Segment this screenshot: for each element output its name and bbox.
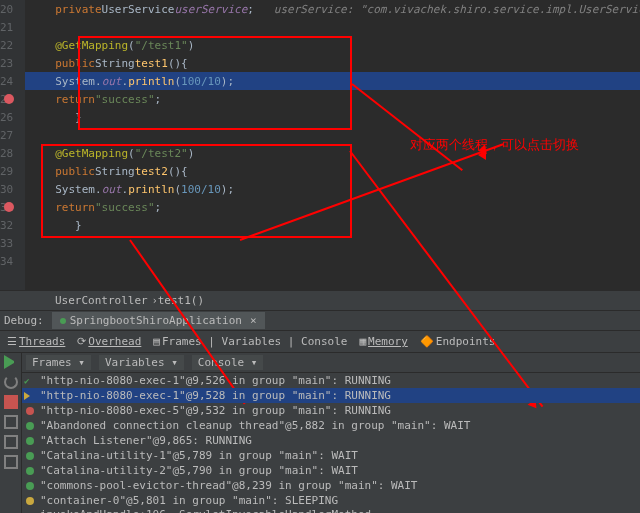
- line-number: 22: [0, 36, 25, 54]
- thread-row[interactable]: "Catalina-utility-1"@5,789 in group "mai…: [22, 448, 640, 463]
- thread-label: "http-nio-8080-exec-1"@9,528 in group "m…: [40, 389, 391, 402]
- thread-label: "Catalina-utility-2"@5,790 in group "mai…: [40, 464, 358, 477]
- breadcrumb-method[interactable]: test1(): [158, 294, 204, 307]
- line-number: 26: [0, 108, 25, 126]
- mute-breakpoints-icon[interactable]: [4, 435, 18, 449]
- line-number: 28: [0, 144, 25, 162]
- restart-icon[interactable]: [4, 375, 18, 389]
- line-number: 32: [0, 216, 25, 234]
- thread-label: "Attach Listener"@9,865: RUNNING: [40, 434, 252, 447]
- status-dot-icon: [26, 482, 34, 490]
- stack-frame[interactable]: invokeAndHandle:106, ServletInvocableHan…: [22, 508, 640, 513]
- thread-row[interactable]: "commons-pool-evictor-thread"@8,239 in g…: [22, 478, 640, 493]
- run-status-icon: [60, 318, 66, 324]
- debug-config-tab[interactable]: SpringbootShiroApplication ×: [52, 312, 265, 329]
- thread-list: Frames ▾ Variables ▾ Console ▾ ✔"http-ni…: [22, 353, 640, 513]
- thread-row[interactable]: "http-nio-8080-exec-5"@9,532 in group "m…: [22, 403, 640, 418]
- editor-area: 20 21 22 23 24 25 26 27 28 29 30 31 32 3…: [0, 0, 640, 290]
- line-number: 33: [0, 234, 25, 252]
- debug-label: Debug:: [4, 314, 44, 327]
- memory-tab[interactable]: ▦ Memory: [356, 335, 410, 348]
- status-dot-icon: [26, 467, 34, 475]
- line-number: 27: [0, 126, 25, 144]
- line-number: 34: [0, 252, 25, 270]
- breadcrumb-class[interactable]: UserController: [55, 294, 148, 307]
- line-number: 20: [0, 0, 25, 18]
- line-number: 30: [0, 180, 25, 198]
- resume-icon[interactable]: [4, 355, 18, 369]
- line-number: 29: [0, 162, 25, 180]
- status-dot-icon: [26, 437, 34, 445]
- thread-label: "http-nio-8080-exec-1"@9,526 in group "m…: [40, 374, 391, 387]
- check-icon: ✔: [24, 376, 29, 386]
- debug-panel: Debug: SpringbootShiroApplication × ☰ Th…: [0, 310, 640, 513]
- settings-icon[interactable]: [4, 455, 18, 469]
- frame-header: Frames ▾ Variables ▾ Console ▾: [22, 353, 640, 373]
- status-dot-icon: [26, 407, 34, 415]
- variables-dropdown[interactable]: Variables ▾: [99, 355, 184, 370]
- thread-row[interactable]: "Abandoned connection cleanup thread"@5,…: [22, 418, 640, 433]
- debug-header: Debug: SpringbootShiroApplication ×: [0, 311, 640, 331]
- thread-row[interactable]: "http-nio-8080-exec-1"@9,528 in group "m…: [22, 388, 640, 403]
- line-number: 21: [0, 18, 25, 36]
- line-number: 24: [0, 72, 25, 90]
- thread-row[interactable]: "container-0"@5,801 in group "main": SLE…: [22, 493, 640, 508]
- thread-row[interactable]: "Attach Listener"@9,865: RUNNING: [22, 433, 640, 448]
- line-number: 23: [0, 54, 25, 72]
- thread-label: "Catalina-utility-1"@5,789 in group "mai…: [40, 449, 358, 462]
- debug-action-bar: [0, 353, 22, 513]
- thread-label: "container-0"@5,801 in group "main": SLE…: [40, 494, 338, 507]
- frames-dropdown[interactable]: Frames ▾: [26, 355, 91, 370]
- thread-label: "http-nio-8080-exec-5"@9,532 in group "m…: [40, 404, 391, 417]
- close-icon[interactable]: ×: [250, 314, 257, 327]
- stop-icon[interactable]: [4, 395, 18, 409]
- view-breakpoints-icon[interactable]: [4, 415, 18, 429]
- line-gutter: 20 21 22 23 24 25 26 27 28 29 30 31 32 3…: [0, 0, 25, 290]
- thread-label: "commons-pool-evictor-thread"@8,239 in g…: [40, 479, 418, 492]
- code-area[interactable]: private UserService userService; userSer…: [25, 0, 640, 290]
- status-dot-icon: [26, 497, 34, 505]
- line-number-breakpoint[interactable]: 31: [0, 198, 25, 216]
- debug-toolbar: ☰ Threads ⟳ Overhead ▤ Frames | Variable…: [0, 331, 640, 353]
- threads-tab[interactable]: ☰ Threads: [4, 335, 68, 348]
- breadcrumb[interactable]: UserController › test1(): [0, 290, 640, 310]
- status-dot-icon: [26, 452, 34, 460]
- thread-row[interactable]: ✔"http-nio-8080-exec-1"@9,526 in group "…: [22, 373, 640, 388]
- overhead-tab[interactable]: ⟳ Overhead: [74, 335, 144, 348]
- line-number-breakpoint[interactable]: 25: [0, 90, 25, 108]
- frames-tab[interactable]: ▤ Frames | Variables | Console: [150, 335, 350, 348]
- thread-label: "Abandoned connection cleanup thread"@5,…: [40, 419, 470, 432]
- play-icon: [24, 392, 30, 400]
- status-dot-icon: [26, 422, 34, 430]
- endpoints-tab[interactable]: 🔶 Endpoints: [417, 335, 499, 348]
- threads-area: Frames ▾ Variables ▾ Console ▾ ✔"http-ni…: [0, 353, 640, 513]
- console-dropdown[interactable]: Console ▾: [192, 355, 264, 370]
- thread-row[interactable]: "Catalina-utility-2"@5,790 in group "mai…: [22, 463, 640, 478]
